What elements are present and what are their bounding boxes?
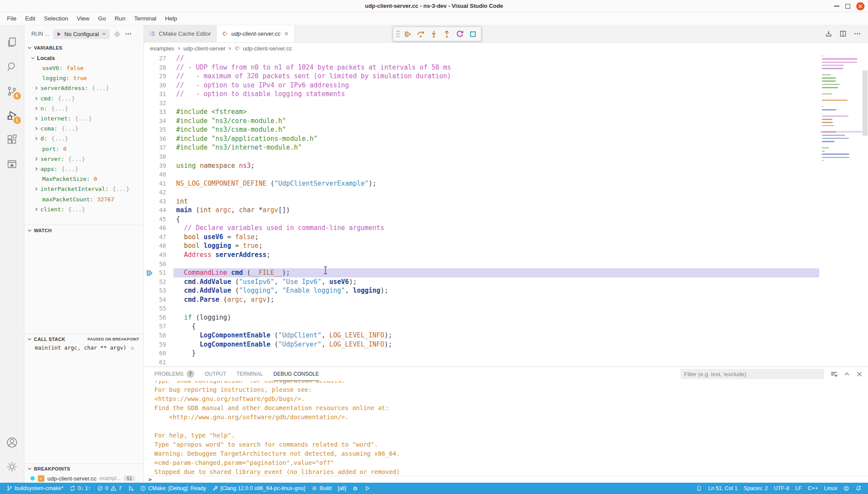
line-number-gutter[interactable]: 59 <box>144 340 174 349</box>
debug-target-button[interactable] <box>349 485 361 491</box>
code-line[interactable]: 44main (int argc, char *argv[]) <box>144 206 868 215</box>
step-out-button[interactable] <box>441 28 453 40</box>
variable-row[interactable]: server:{...} <box>24 154 144 164</box>
line-number-gutter[interactable]: 29 <box>144 72 174 81</box>
line-number-gutter[interactable]: 55 <box>144 304 174 313</box>
code-line[interactable]: 27// <box>144 54 868 63</box>
line-number-gutter[interactable]: 51 <box>144 268 174 277</box>
line-number-gutter[interactable]: 61 <box>144 358 174 367</box>
call-stack-header[interactable]: CALL STACK PAUSED ON BREAKPOINT <box>24 334 144 344</box>
line-number-gutter[interactable]: 39 <box>144 161 174 170</box>
code-line[interactable]: 37#include "ns3/internet-module.h" <box>144 143 868 152</box>
explorer-icon[interactable] <box>2 31 22 53</box>
restart-button[interactable] <box>454 28 466 40</box>
debug-config-dropdown[interactable]: No Configural <box>53 29 110 39</box>
launch-target-button[interactable] <box>361 485 374 491</box>
stack-frame-item[interactable]: main(int argc, char ** argv) u. <box>24 344 144 355</box>
code-line[interactable]: 43int <box>144 197 868 206</box>
line-number-gutter[interactable]: 45 <box>144 215 174 224</box>
remote-device-item[interactable] <box>693 485 705 491</box>
code-line[interactable]: 61 <box>144 358 868 367</box>
extensions-icon[interactable] <box>2 129 22 150</box>
eol-item[interactable]: LF <box>792 485 805 491</box>
menu-selection[interactable]: Selection <box>40 13 73 23</box>
run-file-icon[interactable] <box>825 30 832 37</box>
clear-console-icon[interactable] <box>830 370 838 378</box>
menu-file[interactable]: File <box>3 13 21 23</box>
line-number-gutter[interactable]: 37 <box>144 143 174 152</box>
code-line[interactable]: 32 <box>144 99 868 108</box>
menu-help[interactable]: Help <box>160 13 181 23</box>
minimize-icon[interactable] <box>834 6 839 7</box>
code-line[interactable]: 41NS_LOG_COMPONENT_DEFINE ("UdpClientSer… <box>144 179 868 188</box>
variable-row[interactable]: interPacketInterval:{...} <box>24 184 144 194</box>
menu-run[interactable]: Run <box>110 13 130 23</box>
tab-udp-client-server[interactable]: udp-client-server.cc <box>217 25 295 42</box>
continue-button[interactable] <box>402 28 414 40</box>
code-line[interactable]: 42 <box>144 188 868 197</box>
code-line[interactable]: 56 if (logging) <box>144 313 868 322</box>
code-line[interactable]: 58 LogComponentEnable ("UdpClient", LOG_… <box>144 331 868 340</box>
notifications-item[interactable] <box>852 485 865 491</box>
code-line[interactable]: 49 Address serverAddress; <box>144 250 868 260</box>
panel-tab-output[interactable]: OUTPUT <box>205 367 226 381</box>
panel-tab-debug-console[interactable]: DEBUG CONSOLE <box>274 367 319 381</box>
code-line[interactable]: 30// - option to use IPv4 or IPv6 addres… <box>144 81 868 90</box>
locals-group[interactable]: Locals <box>24 53 144 63</box>
code-line[interactable]: 40 <box>144 170 868 179</box>
os-item[interactable]: Linux <box>821 485 840 491</box>
debug-console-output[interactable]: Type "show configuration" for configurat… <box>144 381 868 476</box>
code-line[interactable]: 52 cmd.AddValue ("useIpv6", "Use Ipv6", … <box>144 277 868 287</box>
indentation-item[interactable]: Spaces: 2 <box>741 485 771 491</box>
step-into-button[interactable] <box>428 28 440 40</box>
line-number-gutter[interactable]: 52 <box>144 277 174 287</box>
step-over-button[interactable] <box>415 28 427 40</box>
cmake-build-button[interactable]: Build <box>308 485 335 491</box>
breakpoints-header[interactable]: BREAKPOINTS <box>24 464 144 474</box>
code-line[interactable]: 31// - option to disable logging stateme… <box>144 90 868 99</box>
code-line[interactable]: 35#include "ns3/csma-module.h" <box>144 125 868 134</box>
run-and-debug-icon[interactable]: 1 <box>2 104 22 126</box>
code-line[interactable]: 29// - maximum of 320 packets sent (or l… <box>144 72 868 81</box>
code-line[interactable]: 46 // Declare variables used in command-… <box>144 224 868 233</box>
variable-row[interactable]: client:{...} <box>24 204 144 214</box>
line-number-gutter[interactable]: 40 <box>144 170 174 179</box>
panel-tab-problems[interactable]: PROBLEMS7 <box>154 367 194 381</box>
variable-row[interactable]: apps:{...} <box>24 164 144 174</box>
variable-row[interactable]: serverAddress:{...} <box>24 83 144 93</box>
line-number-gutter[interactable]: 34 <box>144 117 174 126</box>
sync-changes-item[interactable]: 0↓ 1↑ <box>67 485 94 491</box>
close-tab-icon[interactable] <box>284 31 289 37</box>
line-number-gutter[interactable]: 56 <box>144 313 174 322</box>
variable-row[interactable]: csma:{...} <box>24 124 144 134</box>
problems-item[interactable]: 0 7 <box>94 485 125 491</box>
line-number-gutter[interactable]: 35 <box>144 125 174 134</box>
menu-view[interactable]: View <box>73 13 94 23</box>
settings-gear-icon[interactable] <box>2 456 22 477</box>
line-number-gutter[interactable]: 42 <box>144 188 174 197</box>
line-number-gutter[interactable]: 31 <box>144 90 174 99</box>
code-line[interactable]: 50 <box>144 260 868 269</box>
line-number-gutter[interactable]: 43 <box>144 197 174 206</box>
code-line[interactable]: 39using namespace ns3; <box>144 161 868 170</box>
minimap[interactable] <box>820 55 862 367</box>
line-number-gutter[interactable]: 38 <box>144 152 174 161</box>
menu-terminal[interactable]: Terminal <box>130 13 160 23</box>
code-line[interactable]: 36#include "ns3/applications-module.h" <box>144 134 868 144</box>
line-number-gutter[interactable]: 53 <box>144 286 174 295</box>
code-line[interactable]: 48 bool logging = true; <box>144 241 868 250</box>
menu-edit[interactable]: Edit <box>21 13 40 23</box>
cmake-target-item[interactable]: [all] <box>334 485 349 491</box>
code-line[interactable]: 60 } <box>144 349 868 358</box>
menu-go[interactable]: Go <box>94 13 110 23</box>
close-icon[interactable] <box>856 2 865 10</box>
variables-header[interactable]: VARIABLES <box>24 43 144 53</box>
tab-cmake-cache-editor[interactable]: CMake Cache Editor <box>144 25 217 42</box>
language-mode-item[interactable]: C++ <box>805 485 821 491</box>
code-line[interactable]: 54 cmd.Parse (argc, argv); <box>144 295 868 304</box>
variable-row[interactable]: cmd:{...} <box>24 93 144 103</box>
line-number-gutter[interactable]: 27 <box>144 54 174 63</box>
console-filter-input[interactable] <box>681 369 824 379</box>
line-number-gutter[interactable]: 49 <box>144 250 174 260</box>
line-number-gutter[interactable]: 44 <box>144 206 174 215</box>
